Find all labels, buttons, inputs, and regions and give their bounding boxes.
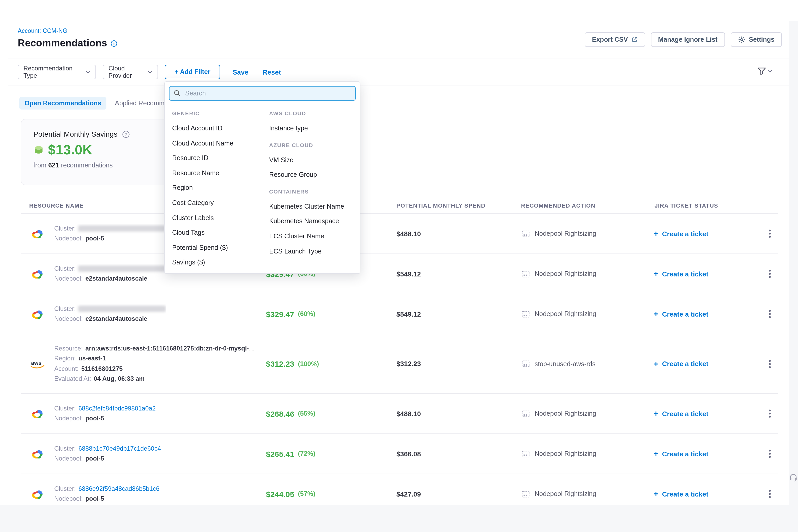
recommendation-type-icon [521, 230, 530, 237]
filter-menu-item[interactable]: Savings ($) [172, 255, 269, 270]
filter-menu-column-generic: GENERICCloud Account IDCloud Account Nam… [172, 106, 269, 270]
row-menu-kebab-icon[interactable] [767, 488, 773, 500]
recommendation-row: Cluster:Nodepool:e2standar4autoscale$329… [21, 294, 778, 334]
create-ticket-label: Create a ticket [662, 230, 708, 238]
savings-amount: $244.05 [266, 490, 294, 498]
create-ticket-button[interactable]: +Create a ticket [653, 490, 708, 498]
savings-amount: $268.46 [266, 409, 294, 418]
filter-menu-item[interactable]: Instance type [269, 121, 357, 136]
column-header-jira-ticket-status[interactable]: JIRA TICKET STATUS [654, 198, 718, 213]
row-menu-kebab-icon[interactable] [767, 308, 773, 320]
manage-ignore-list-button[interactable]: Manage Ignore List [651, 32, 725, 47]
filter-menu-item[interactable]: ECS Cluster Name [269, 229, 357, 244]
resource-field-label: Nodepool: [54, 275, 83, 282]
create-ticket-label: Create a ticket [662, 360, 708, 368]
filter-menu-item[interactable]: Cluster Labels [172, 210, 269, 225]
savings-amount: $329.47 [266, 309, 294, 318]
plus-icon: + [653, 229, 659, 238]
create-ticket-button[interactable]: +Create a ticket [653, 360, 708, 368]
recommendation-type-dropdown[interactable]: Recommendation Type [18, 65, 96, 79]
filter-menu-section-azure-cloud: AZURE CLOUD [269, 137, 357, 153]
filter-menu-item[interactable]: ECS Launch Type [269, 244, 357, 259]
gcp-logo-icon [31, 489, 44, 499]
page-header: Recommendations [18, 38, 118, 49]
search-icon [174, 90, 180, 96]
recommended-action-label: Nodepool Rightsizing [535, 410, 596, 417]
settings-label: Settings [749, 36, 775, 43]
monthly-spend-amount: $488.10 [396, 410, 421, 418]
filter-menu-section-containers: CONTAINERS [269, 184, 357, 199]
cluster-id-link[interactable]: 6888b1c70e49db17c1de60c4 [78, 445, 161, 452]
manage-ignore-list-label: Manage Ignore List [658, 36, 718, 43]
info-icon[interactable] [111, 40, 118, 47]
filter-search-input[interactable] [169, 86, 356, 101]
account-breadcrumb-link[interactable]: Account: CCM-NG [18, 27, 67, 34]
money-icon [33, 146, 44, 154]
filter-menu-item[interactable]: Cloud Tags [172, 225, 269, 240]
column-header-recommended-action[interactable]: RECOMMENDED ACTION [521, 198, 595, 213]
recommendation-row: Cluster:Nodepool:e2standar4autoscale$329… [21, 254, 778, 294]
page-gutter-right [788, 21, 798, 505]
resource-field-label: Evaluated At: [54, 375, 91, 382]
filter-menu-item[interactable]: Kubernetes Namespace [269, 214, 357, 229]
filter-menu-item[interactable]: Cloud Account ID [172, 121, 269, 136]
monthly-spend-amount: $549.12 [396, 310, 421, 318]
cloud-provider-dropdown[interactable]: Cloud Provider [103, 65, 158, 79]
help-headset-icon[interactable] [788, 473, 798, 482]
save-filter-link[interactable]: Save [233, 68, 249, 76]
row-menu-kebab-icon[interactable] [767, 358, 773, 369]
recommendation-type-icon [521, 360, 530, 367]
resource-field-value: 04 Aug, 06:33 am [94, 375, 145, 382]
savings-percent: (100%) [298, 360, 319, 367]
filter-panel-toggle[interactable] [757, 67, 772, 75]
create-ticket-button[interactable]: +Create a ticket [653, 270, 708, 278]
add-filter-button[interactable]: + Add Filter [165, 65, 220, 79]
gear-icon [738, 36, 745, 43]
plus-icon: + [653, 410, 659, 418]
recommendation-row: Cluster:688c2fefc84fbdc99801a0a2Nodepool… [21, 394, 778, 434]
resource-field-label: Cluster: [54, 265, 76, 272]
recommendation-row: awsResource:arn:aws:rds:us-east-1:511616… [21, 334, 778, 394]
filter-menu-item[interactable]: VM Size [269, 153, 357, 167]
settings-button[interactable]: Settings [730, 32, 782, 47]
create-ticket-button[interactable]: +Create a ticket [653, 229, 708, 238]
row-menu-kebab-icon[interactable] [767, 228, 773, 240]
resource-field-label: Nodepool: [54, 315, 83, 322]
filter-menu-item[interactable]: Resource Name [172, 166, 269, 181]
recommendation-type-label: Recommendation Type [23, 65, 86, 79]
chevron-down-icon [86, 71, 90, 74]
row-menu-kebab-icon[interactable] [767, 268, 773, 280]
cluster-id-link[interactable]: 6886e92f59a48cad86b5b1c6 [78, 485, 159, 492]
plus-icon: + [653, 450, 659, 458]
aws-logo-icon: aws [30, 359, 45, 369]
resource-field-label: Cluster: [54, 225, 76, 232]
create-ticket-label: Create a ticket [662, 270, 708, 278]
filter-menu-item[interactable]: Resource Group [269, 167, 357, 182]
recommendation-type-icon [521, 450, 530, 457]
cluster-id-link[interactable]: 688c2fefc84fbdc99801a0a2 [78, 404, 156, 412]
filter-menu-item[interactable]: Resource ID [172, 151, 269, 166]
column-header-potential-monthly-spend[interactable]: POTENTIAL MONTHLY SPEND [396, 198, 486, 213]
filter-menu-item[interactable]: Kubernetes Cluster Name [269, 199, 357, 214]
row-menu-kebab-icon[interactable] [767, 448, 773, 459]
gcp-logo-icon [31, 408, 44, 419]
create-ticket-button[interactable]: +Create a ticket [653, 410, 708, 418]
resource-field-value: arn:aws:rds:us-east-1:511616801275:db:zn… [85, 344, 259, 352]
resource-field-label: Nodepool: [54, 455, 83, 462]
tab-open-recommendations[interactable]: Open Recommendations [19, 97, 107, 110]
create-ticket-button[interactable]: +Create a ticket [653, 310, 708, 318]
help-circle-icon[interactable]: ? [122, 130, 130, 138]
reset-filter-link[interactable]: Reset [263, 68, 281, 76]
filter-menu-item[interactable]: Cost Category [172, 195, 269, 210]
create-ticket-button[interactable]: +Create a ticket [653, 450, 708, 458]
export-csv-button[interactable]: Export CSV [585, 32, 645, 47]
filter-menu-item[interactable]: Potential Spend ($) [172, 241, 269, 255]
savings-percent: (57%) [298, 490, 315, 498]
savings-amount: $265.41 [266, 449, 294, 458]
column-header-resource-name[interactable]: RESOURCE NAME [29, 198, 84, 213]
chevron-down-icon [768, 70, 772, 73]
row-menu-kebab-icon[interactable] [767, 408, 773, 419]
filter-menu-item[interactable]: Cloud Account Name [172, 136, 269, 151]
filter-menu-item[interactable]: Region [172, 181, 269, 195]
gcp-logo-icon [31, 448, 44, 459]
